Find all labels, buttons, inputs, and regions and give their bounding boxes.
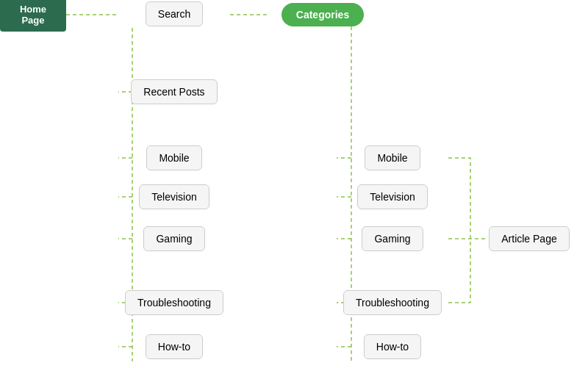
troubleshooting-right-label: Troubleshooting xyxy=(343,290,442,315)
television-right-node: Television xyxy=(337,182,448,212)
search-label: Search xyxy=(146,1,203,26)
howto-left-node: How-to xyxy=(118,332,230,361)
howto-left-label: How-to xyxy=(146,334,203,359)
mobile-left-node: Mobile xyxy=(118,143,230,173)
gaming-left-label: Gaming xyxy=(143,226,204,251)
television-left-label: Television xyxy=(139,184,209,209)
gaming-right-label: Gaming xyxy=(362,226,423,251)
categories-node: Categories xyxy=(267,3,379,26)
home-page-node: Home Page xyxy=(0,3,66,26)
howto-right-label: How-to xyxy=(364,334,421,359)
gaming-left-node: Gaming xyxy=(118,224,230,253)
gaming-right-node: Gaming xyxy=(337,224,448,253)
troubleshooting-left-node: Troubleshooting xyxy=(118,288,230,317)
article-page-node: Article Page xyxy=(485,224,573,253)
article-page-label: Article Page xyxy=(489,226,569,251)
television-left-node: Television xyxy=(118,182,230,212)
search-node: Search xyxy=(118,0,230,28)
mobile-right-label: Mobile xyxy=(365,145,420,170)
television-right-label: Television xyxy=(357,184,427,209)
troubleshooting-left-label: Troubleshooting xyxy=(125,290,223,315)
howto-right-node: How-to xyxy=(337,332,448,361)
categories-label: Categories xyxy=(282,3,364,26)
recent-posts-label: Recent Posts xyxy=(131,79,217,104)
home-page-label: Home Page xyxy=(0,0,66,32)
recent-posts-node: Recent Posts xyxy=(118,77,230,107)
mobile-right-node: Mobile xyxy=(337,143,448,173)
troubleshooting-right-node: Troubleshooting xyxy=(337,288,448,317)
mobile-left-label: Mobile xyxy=(146,145,201,170)
